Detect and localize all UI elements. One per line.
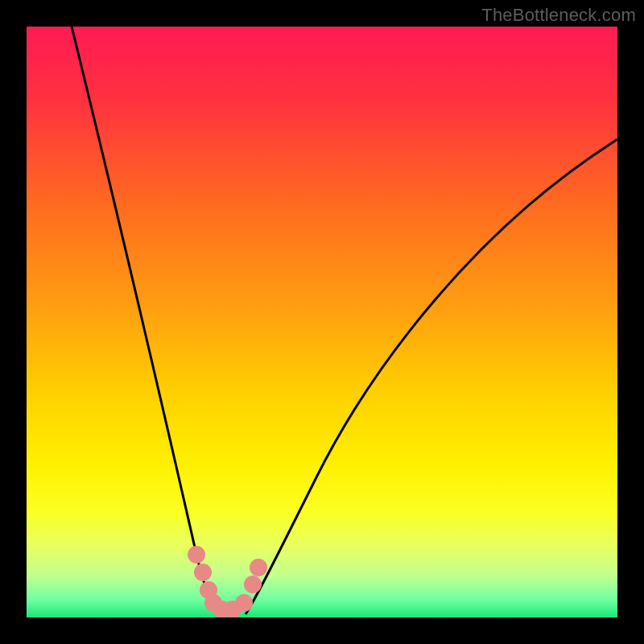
watermark-text: TheBottleneck.com <box>481 5 636 26</box>
data-marker <box>244 576 262 593</box>
marker-layer <box>27 27 617 617</box>
plot-frame <box>27 27 617 617</box>
data-marker <box>194 564 212 581</box>
data-marker <box>188 546 205 564</box>
data-marker <box>235 594 253 612</box>
data-marker <box>250 559 267 576</box>
